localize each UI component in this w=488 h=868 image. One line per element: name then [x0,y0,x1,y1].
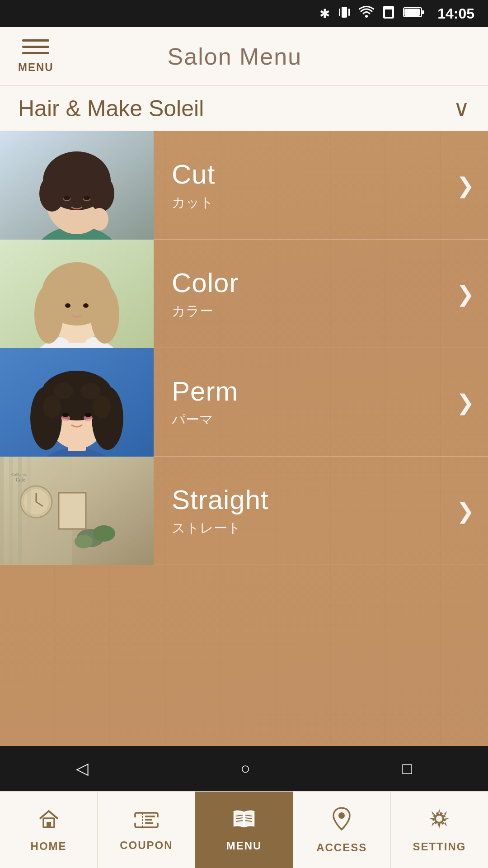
hamburger-line-3 [22,52,49,54]
svg-rect-72 [47,822,51,827]
coupon-icon [134,808,159,835]
svg-point-17 [46,166,108,193]
straight-photo: Cafe California [0,457,154,565]
svg-rect-5 [385,9,392,17]
straight-label-en: Straight [172,484,470,515]
salon-bar[interactable]: Hair & Make Soleil ∨ [0,86,488,131]
svg-point-20 [64,196,70,200]
svg-rect-7 [404,9,420,16]
svg-point-3 [365,15,368,18]
svg-rect-8 [422,10,424,14]
perm-arrow-icon: ❯ [456,390,474,415]
nav-menu-label: MENU [226,840,262,852]
nav-home-label: HOME [31,840,67,853]
back-button[interactable]: ◁ [76,759,89,778]
cut-arrow-icon: ❯ [456,173,474,198]
straight-info: Straight ストレート ❯ [154,457,488,565]
color-arrow-icon: ❯ [456,281,474,307]
svg-point-22 [90,208,108,231]
chevron-down-icon[interactable]: ∨ [453,95,470,122]
battery-icon [403,6,425,21]
svg-text:Cafe: Cafe [16,477,26,482]
perm-info: Perm パーマ ❯ [154,348,488,456]
nav-item-home[interactable]: HOME [0,792,98,868]
svg-rect-2 [348,9,350,16]
svg-point-49 [80,383,100,399]
svg-point-31 [44,267,109,301]
wifi-icon [359,6,374,22]
svg-point-87 [435,815,443,823]
android-nav-bar: ◁ ○ □ [0,746,488,791]
gear-icon [427,807,451,836]
home-icon [38,807,60,835]
color-photo [0,240,154,348]
nav-setting-label: SETTING [413,840,466,853]
svg-rect-68 [27,457,31,565]
svg-rect-64 [59,493,86,529]
content-area: Cut カット ❯ [0,131,488,791]
straight-label-jp: ストレート [172,519,470,538]
menu-hamburger-label: MENU [18,61,54,74]
menu-row-color[interactable]: Color カラー ❯ [0,240,488,348]
svg-point-21 [84,196,90,200]
svg-rect-79 [145,822,153,824]
svg-point-48 [53,383,73,399]
svg-rect-1 [339,9,340,16]
svg-point-35 [83,303,89,308]
cut-label-en: Cut [172,159,470,190]
hamburger-menu[interactable]: MENU [18,39,54,74]
salon-name: Hair & Make Soleil [18,95,204,122]
bluetooth-icon: ✱ [319,6,330,21]
svg-text:California: California [11,472,27,476]
svg-point-34 [65,303,70,308]
vibrate-icon [338,5,351,23]
color-label-en: Color [172,267,470,298]
color-info: Color カラー ❯ [154,240,488,348]
perm-label-en: Perm [172,376,470,407]
header: MENU Salon Menu [0,27,488,86]
svg-point-63 [75,535,93,548]
nav-item-menu[interactable]: MENU [195,792,293,868]
sim-icon [382,5,395,23]
svg-point-75 [155,817,159,823]
status-bar: ✱ 14:05 [0,0,488,27]
perm-photo [0,348,154,457]
status-time: 14:05 [437,5,474,22]
svg-point-46 [43,396,61,418]
straight-arrow-icon: ❯ [456,498,474,524]
cut-photo [0,131,154,240]
svg-point-86 [338,812,345,819]
svg-point-47 [93,396,111,418]
color-label-jp: カラー [172,302,470,321]
nav-item-coupon[interactable]: COUPON [98,792,195,868]
menu-row-cut[interactable]: Cut カット ❯ [0,131,488,240]
cut-label-jp: カット [172,193,470,212]
menu-items-list: Cut カット ❯ [0,131,488,791]
nav-access-label: ACCESS [316,841,367,854]
perm-label-jp: パーマ [172,410,470,429]
page-title: Salon Menu [54,43,416,70]
hamburger-line-1 [22,39,49,42]
svg-rect-0 [342,7,347,18]
bottom-nav: HOME COUPON [0,791,488,868]
menu-book-icon [231,808,257,835]
svg-point-53 [85,413,91,417]
cut-info: Cut カット ❯ [154,131,488,239]
home-button[interactable]: ○ [240,759,250,778]
svg-rect-78 [145,819,152,821]
svg-point-74 [134,817,138,823]
recent-button[interactable]: □ [402,759,412,778]
menu-row-straight[interactable]: Cafe California Straight ストレート ❯ [0,457,488,565]
svg-rect-65 [0,457,4,565]
nav-item-setting[interactable]: SETTING [391,792,488,868]
svg-point-52 [62,413,69,417]
svg-point-62 [93,525,115,542]
nav-coupon-label: COUPON [120,839,173,852]
location-icon [332,806,351,837]
svg-rect-77 [145,816,155,817]
hamburger-line-2 [22,46,49,48]
menu-row-perm[interactable]: Perm パーマ ❯ [0,348,488,457]
nav-item-access[interactable]: ACCESS [293,792,391,868]
